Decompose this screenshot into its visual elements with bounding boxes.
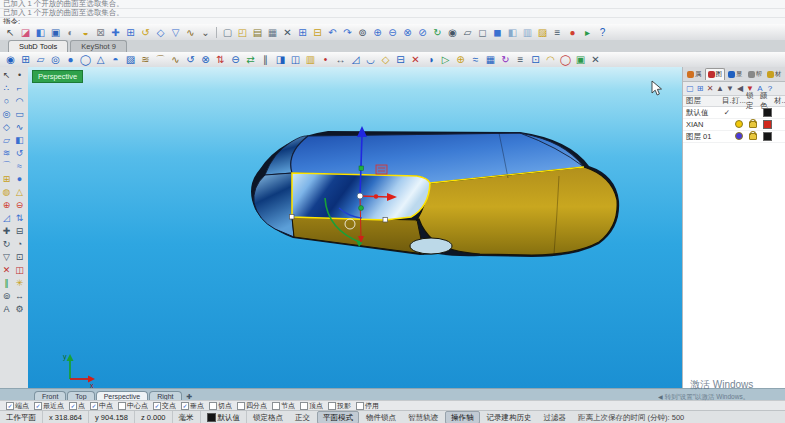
surface-3pt-icon[interactable]: ▱: [0, 133, 13, 146]
layer-visibility-bulb-icon[interactable]: [732, 132, 746, 142]
subd-display-toggle-icon[interactable]: ◉: [3, 53, 18, 66]
command-history-area[interactable]: 已加入 1 个开放的曲面至选取集合。 已加入 1 个开放的曲面至选取集合。 指令…: [0, 0, 785, 25]
status-toggle-物件锁点[interactable]: 物件锁点: [361, 412, 401, 423]
boolean-union-icon[interactable]: ⊕: [0, 198, 13, 211]
select-icon[interactable]: ↖: [0, 68, 13, 81]
slide-edge-icon[interactable]: ↔: [333, 53, 348, 66]
sweep1-icon[interactable]: ⌒: [0, 159, 13, 172]
status-toggle-平面模式[interactable]: 平面模式: [317, 411, 359, 423]
freeform-curve-icon[interactable]: ∿: [13, 120, 26, 133]
layer-lock-icon[interactable]: [746, 121, 760, 128]
collapse-icon[interactable]: ◀: [735, 84, 745, 94]
move-tool-icon[interactable]: ✚: [0, 224, 13, 237]
subd-sweep2-icon[interactable]: ∿: [168, 53, 183, 66]
redo-icon[interactable]: ↷: [340, 26, 355, 39]
group-icon[interactable]: ⊚: [0, 289, 13, 302]
ghosted-display-icon[interactable]: ◧: [505, 26, 520, 39]
loft-icon[interactable]: ≋: [0, 146, 13, 159]
layer-lock-icon[interactable]: [746, 133, 760, 140]
new-layer-icon[interactable]: ▢: [685, 84, 695, 94]
osnap-checkbox[interactable]: ✓: [6, 402, 14, 410]
radiate-icon[interactable]: ⊕: [453, 53, 468, 66]
status-toggle-过滤器[interactable]: 过滤器: [539, 412, 572, 423]
rebuild-icon[interactable]: ↻: [498, 53, 513, 66]
move-up-icon[interactable]: ▲: [715, 84, 725, 94]
extrude-icon[interactable]: ⇅: [13, 211, 26, 224]
osnap-checkbox[interactable]: [237, 402, 245, 410]
rotate-icon[interactable]: ↺: [138, 26, 153, 39]
copy-icon[interactable]: ⊞: [123, 26, 138, 39]
subd-torus-icon[interactable]: ◯: [78, 53, 93, 66]
mirror-tool-icon[interactable]: ▽: [0, 250, 13, 263]
panel-collapse-icon[interactable]: ◀: [658, 394, 663, 400]
undo-icon[interactable]: ↶: [325, 26, 340, 39]
tab-properties[interactable]: 属: [685, 69, 704, 80]
arc-icon[interactable]: ◠: [13, 94, 26, 107]
paste-icon[interactable]: ⊟: [310, 26, 325, 39]
surface-plane-icon[interactable]: ◧: [13, 133, 26, 146]
stitch-icon[interactable]: ∥: [258, 53, 273, 66]
bevel-icon[interactable]: ◇: [378, 53, 393, 66]
delete-layer-icon[interactable]: ✕: [705, 84, 715, 94]
hide-object-icon[interactable]: ◐: [63, 26, 78, 39]
toggle-points-icon[interactable]: ▣: [573, 53, 588, 66]
cylinder-icon[interactable]: ◍: [0, 185, 13, 198]
insert-edge-icon[interactable]: ▥: [303, 53, 318, 66]
layer-visibility-bulb-icon[interactable]: [732, 120, 746, 130]
tab-display[interactable]: 显: [726, 69, 745, 80]
layer-name[interactable]: 图层 01: [683, 132, 722, 142]
curve-tools-icon[interactable]: ∿: [183, 26, 198, 39]
set-view-icon[interactable]: ▱: [460, 26, 475, 39]
reflect-icon[interactable]: ▷: [438, 53, 453, 66]
dimension-icon[interactable]: ↔: [13, 289, 26, 302]
gumball-scale-handle[interactable]: [359, 166, 364, 171]
osnap-checkbox[interactable]: ✓: [90, 402, 98, 410]
osnap-checkbox[interactable]: [118, 402, 126, 410]
rotate-view-icon[interactable]: ↻: [430, 26, 445, 39]
delete-eraser-icon[interactable]: ◪: [18, 26, 33, 39]
fillet-edge-icon[interactable]: ◿: [0, 211, 13, 224]
trim-icon[interactable]: ✕: [0, 263, 13, 276]
layer-color[interactable]: [760, 132, 774, 141]
text-icon[interactable]: A: [0, 302, 13, 315]
box-icon[interactable]: ⊞: [0, 172, 13, 185]
gumball-widget-box[interactable]: [376, 165, 387, 174]
bridge-icon[interactable]: ⇄: [243, 53, 258, 66]
merge-faces-icon[interactable]: ⊟: [393, 53, 408, 66]
gumball-x-scale-dot[interactable]: [374, 194, 378, 198]
crease-icon[interactable]: ◿: [348, 53, 363, 66]
move-icon[interactable]: ✚: [108, 26, 123, 39]
tab-materials[interactable]: 材: [765, 69, 784, 80]
osnap-checkbox[interactable]: [272, 402, 280, 410]
osnap-checkbox[interactable]: ✓: [181, 402, 189, 410]
revolve-icon[interactable]: ↺: [13, 146, 26, 159]
more-dropdown-icon[interactable]: ⌄: [198, 26, 213, 39]
rectangle-icon[interactable]: ▭: [13, 107, 26, 120]
move-down-icon[interactable]: ▼: [725, 84, 735, 94]
lock-object-icon[interactable]: ⊠: [93, 26, 108, 39]
mesh-to-subd-icon[interactable]: ▦: [483, 53, 498, 66]
explode-icon[interactable]: ✳: [13, 276, 26, 289]
split-icon[interactable]: ◫: [13, 263, 26, 276]
subd-plane-icon[interactable]: ▱: [33, 53, 48, 66]
scale-tool-icon[interactable]: ◔: [13, 237, 26, 250]
render-icon[interactable]: ●: [565, 26, 580, 39]
model-side-strip[interactable]: [292, 217, 424, 254]
osnap-checkbox[interactable]: ✓: [34, 402, 42, 410]
model-left-cap[interactable]: [254, 173, 294, 237]
control-point[interactable]: [290, 215, 295, 220]
extrude-subd-icon[interactable]: ⇅: [213, 53, 228, 66]
select-pointer-icon[interactable]: ↖: [3, 26, 18, 39]
cplane-button[interactable]: 工作平面: [0, 411, 43, 423]
scale-icon[interactable]: ◇: [153, 26, 168, 39]
shaded-display-icon[interactable]: ◼: [490, 26, 505, 39]
subd-help-icon[interactable]: ✕: [588, 53, 603, 66]
rotate-tool-icon[interactable]: ↻: [0, 237, 13, 250]
status-toggle-锁定格点[interactable]: 锁定格点: [248, 412, 288, 423]
subd-revolve-icon[interactable]: ↺: [183, 53, 198, 66]
select-ring-icon[interactable]: ◯: [558, 53, 573, 66]
mirror-icon[interactable]: ▽: [168, 26, 183, 39]
subd-cone-icon[interactable]: △: [93, 53, 108, 66]
fill-hole-icon[interactable]: ◫: [288, 53, 303, 66]
osnap-checkbox[interactable]: [328, 402, 336, 410]
